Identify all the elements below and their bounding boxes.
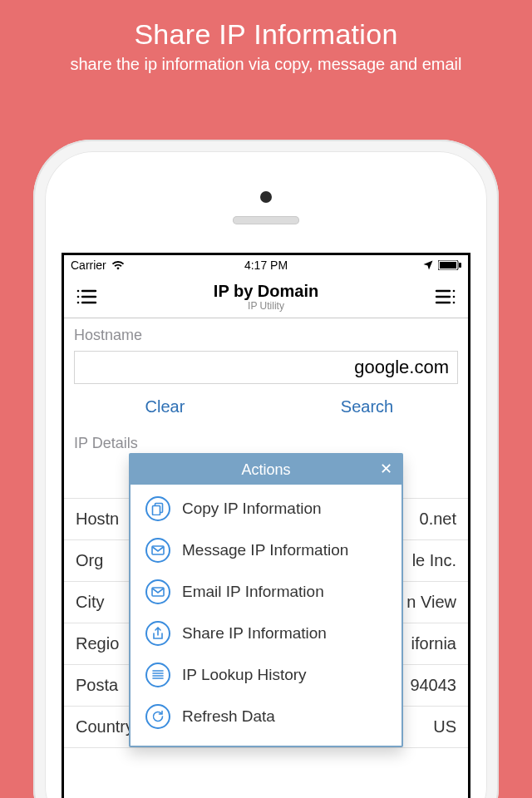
svg-point-3 bbox=[77, 289, 80, 292]
popup-item-label: Copy IP Information bbox=[182, 500, 322, 518]
svg-point-7 bbox=[77, 301, 80, 303]
popup-header: Actions ✕ bbox=[131, 455, 401, 485]
nav-title: IP by Domain bbox=[214, 282, 318, 301]
message-icon bbox=[145, 538, 170, 563]
popup-item-share[interactable]: Share IP Information bbox=[131, 613, 401, 654]
popup-item-label: IP Lookup History bbox=[182, 666, 307, 684]
clear-button[interactable]: Clear bbox=[64, 387, 266, 426]
actions-popup: Actions ✕ Copy IP Information Mes bbox=[129, 453, 403, 747]
popup-item-label: Email IP Information bbox=[182, 583, 324, 601]
svg-rect-1 bbox=[440, 262, 456, 268]
hostname-input-row: google.com bbox=[64, 349, 468, 387]
hostname-input[interactable]: google.com bbox=[74, 351, 458, 384]
wifi-icon bbox=[111, 260, 125, 270]
menu-list-icon[interactable] bbox=[72, 285, 101, 308]
row-value: 94043 bbox=[410, 676, 456, 695]
actions-icon[interactable] bbox=[431, 285, 460, 308]
location-icon bbox=[423, 260, 433, 270]
promo-title: Share IP Information bbox=[17, 18, 515, 51]
svg-point-14 bbox=[453, 301, 456, 303]
row-value: 0.net bbox=[420, 510, 456, 529]
row-label: Org bbox=[76, 551, 103, 570]
hostname-section-label: Hostname bbox=[64, 318, 468, 349]
refresh-icon bbox=[145, 704, 170, 729]
device-earpiece bbox=[57, 166, 475, 249]
clock-label: 4:17 PM bbox=[244, 259, 288, 272]
row-label: Regio bbox=[76, 634, 134, 653]
popup-item-history[interactable]: IP Lookup History bbox=[131, 654, 401, 696]
svg-point-10 bbox=[453, 289, 456, 292]
hostname-buttons: Clear Search bbox=[64, 387, 468, 426]
camera-icon bbox=[260, 191, 272, 203]
history-icon bbox=[145, 663, 170, 687]
row-value: US bbox=[433, 717, 456, 736]
svg-rect-16 bbox=[153, 506, 160, 515]
device-frame: Carrier 4:17 PM bbox=[33, 140, 499, 798]
hostname-value: google.com bbox=[354, 357, 449, 378]
svg-rect-2 bbox=[459, 263, 461, 268]
battery-icon bbox=[438, 260, 461, 270]
nav-title-group: IP by Domain IP Utility bbox=[214, 282, 318, 312]
popup-item-label: Message IP Information bbox=[182, 541, 348, 559]
svg-point-12 bbox=[453, 295, 456, 298]
row-label: Country bbox=[76, 717, 134, 736]
row-value: le Inc. bbox=[412, 551, 456, 570]
svg-point-5 bbox=[77, 295, 80, 298]
nav-subtitle: IP Utility bbox=[214, 300, 318, 312]
popup-item-message[interactable]: Message IP Information bbox=[131, 530, 401, 571]
row-value: n View bbox=[406, 593, 456, 612]
popup-item-email[interactable]: Email IP Information bbox=[131, 571, 401, 613]
promo-hero: Share IP Information share the ip inform… bbox=[0, 0, 532, 81]
row-value: ifornia bbox=[411, 634, 456, 653]
popup-item-copy[interactable]: Copy IP Information bbox=[131, 488, 401, 530]
popup-item-label: Share IP Information bbox=[182, 624, 327, 643]
share-icon bbox=[145, 621, 170, 646]
nav-bar: IP by Domain IP Utility bbox=[64, 275, 468, 318]
popup-item-label: Refresh Data bbox=[182, 707, 275, 726]
popup-item-refresh[interactable]: Refresh Data bbox=[131, 696, 401, 737]
speaker-icon bbox=[233, 216, 299, 224]
search-button[interactable]: Search bbox=[266, 387, 468, 426]
device-body: Carrier 4:17 PM bbox=[45, 151, 487, 798]
screen: Carrier 4:17 PM bbox=[62, 253, 470, 798]
promo-subtitle: share the ip information via copy, messa… bbox=[17, 54, 515, 75]
row-label: City bbox=[76, 593, 104, 612]
popup-title: Actions bbox=[241, 461, 290, 479]
copy-icon bbox=[145, 496, 170, 521]
carrier-label: Carrier bbox=[71, 259, 106, 272]
close-icon[interactable]: ✕ bbox=[377, 460, 395, 478]
status-bar: Carrier 4:17 PM bbox=[64, 255, 468, 275]
email-icon bbox=[145, 579, 170, 604]
row-label: Hostn bbox=[76, 510, 134, 529]
row-label: Posta bbox=[76, 676, 134, 695]
popup-list: Copy IP Information Message IP Informati… bbox=[131, 485, 401, 746]
